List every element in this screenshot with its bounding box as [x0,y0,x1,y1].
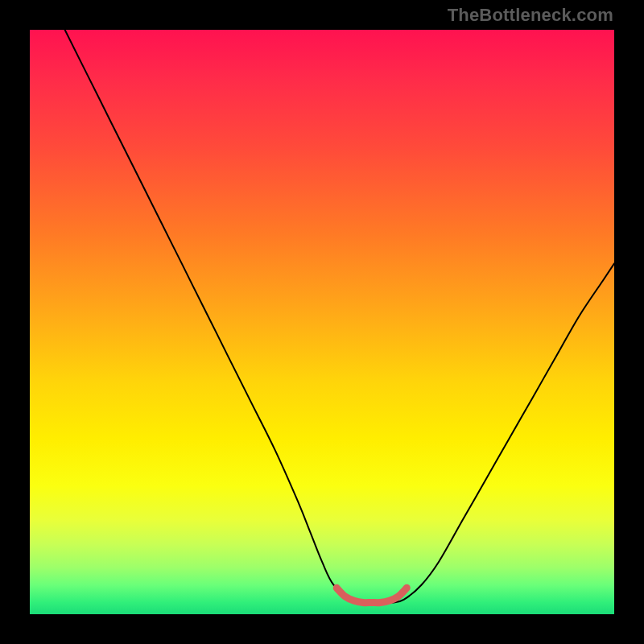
chart-svg [30,30,614,614]
red-segment-path [336,588,407,602]
chart-frame: TheBottleneck.com [0,0,644,644]
plot-area [30,30,614,614]
black-curve-path [65,30,614,603]
attribution-text: TheBottleneck.com [448,5,613,26]
